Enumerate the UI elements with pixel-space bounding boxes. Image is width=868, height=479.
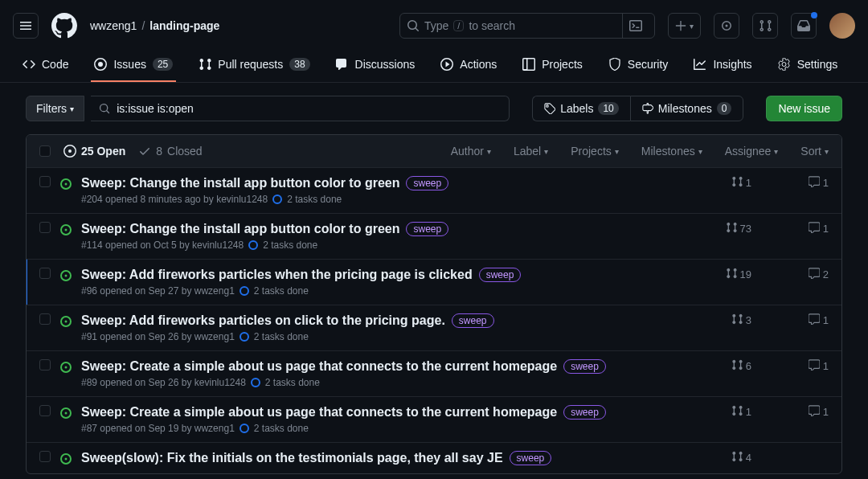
comments-count[interactable]: 1 xyxy=(800,359,829,373)
issue-title[interactable]: Sweep: Change the install app button col… xyxy=(81,176,399,190)
add-menu[interactable]: ▾ xyxy=(668,13,701,39)
search-placeholder-suffix: to search xyxy=(469,19,515,32)
tasks-progress-icon xyxy=(240,286,249,296)
closed-issues-tab[interactable]: 8 Closed xyxy=(138,145,202,158)
comments-count[interactable]: 1 xyxy=(800,222,829,235)
tab-settings-label: Settings xyxy=(797,58,838,71)
tab-settings[interactable]: Settings xyxy=(768,51,848,82)
record-button[interactable] xyxy=(714,13,739,39)
issue-title[interactable]: Sweep: Add fireworks particles when the … xyxy=(81,268,473,282)
comment-icon xyxy=(809,222,820,235)
row-checkbox[interactable] xyxy=(39,451,51,462)
issue-label[interactable]: sweep xyxy=(563,405,606,420)
tasks-progress-icon xyxy=(240,332,249,342)
filter-label[interactable]: Label▾ xyxy=(514,145,548,158)
tab-insights[interactable]: Insights xyxy=(684,51,761,82)
filter-input[interactable] xyxy=(117,102,501,115)
linked-pr-count[interactable]: 73 xyxy=(723,222,751,235)
graph-icon xyxy=(694,58,706,71)
closed-label: Closed xyxy=(167,145,203,158)
github-logo[interactable] xyxy=(51,13,77,39)
tab-actions[interactable]: Actions xyxy=(431,51,506,82)
row-checkbox[interactable] xyxy=(39,268,51,279)
issue-meta: #204 opened 8 minutes ago by kevinlu1248… xyxy=(81,194,666,205)
menu-button[interactable] xyxy=(13,13,39,39)
tab-pull-requests[interactable]: Pull requests38 xyxy=(189,51,319,82)
labels-button[interactable]: Labels10 xyxy=(532,96,630,121)
git-pull-request-icon xyxy=(759,19,772,32)
linked-pr-count[interactable]: 4 xyxy=(723,451,751,465)
issue-row[interactable]: Sweep: Add fireworks particles when the … xyxy=(26,259,841,305)
issue-row[interactable]: Sweep: Create a simple about us page tha… xyxy=(27,350,841,396)
open-issues-tab[interactable]: 25 Open xyxy=(63,145,125,158)
filter-projects[interactable]: Projects▾ xyxy=(571,145,619,158)
filter-sort[interactable]: Sort▾ xyxy=(800,145,829,158)
avatar[interactable] xyxy=(829,13,855,39)
linked-pr-count[interactable]: 3 xyxy=(723,313,751,327)
milestones-count: 0 xyxy=(717,102,732,115)
pull-requests-button[interactable] xyxy=(752,13,778,39)
tab-code[interactable]: Code xyxy=(13,51,78,82)
row-checkbox[interactable] xyxy=(39,405,51,416)
issue-open-icon xyxy=(60,407,72,419)
milestones-button[interactable]: Milestones0 xyxy=(630,96,744,121)
issue-title[interactable]: Sweep: Change the install app button col… xyxy=(81,222,399,236)
tab-security-label: Security xyxy=(628,58,669,71)
issue-label[interactable]: sweep xyxy=(510,451,552,465)
filter-projects-label: Projects xyxy=(571,145,612,158)
comments-count[interactable]: 1 xyxy=(800,405,829,419)
comments-count[interactable]: 1 xyxy=(800,176,829,190)
filter-input-wrap[interactable] xyxy=(91,96,510,121)
comments-count[interactable]: 1 xyxy=(800,313,829,327)
row-checkbox[interactable] xyxy=(39,313,51,325)
breadcrumb-repo[interactable]: landing-page xyxy=(149,19,219,32)
issue-row[interactable]: Sweep: Create a simple about us page tha… xyxy=(27,396,841,442)
comment-icon xyxy=(809,176,820,190)
issue-label[interactable]: sweep xyxy=(479,268,522,282)
linked-pr-count[interactable]: 1 xyxy=(723,405,751,419)
linked-pr-count[interactable]: 6 xyxy=(723,359,751,373)
tab-projects[interactable]: Projects xyxy=(513,51,592,82)
linked-pr-count[interactable]: 19 xyxy=(723,268,751,281)
issue-row[interactable]: Sweep: Add fireworks particles on click … xyxy=(27,305,841,350)
filters-button[interactable]: Filters▾ xyxy=(26,96,84,121)
search-input[interactable]: Type / to search xyxy=(399,13,655,39)
row-checkbox[interactable] xyxy=(39,176,51,187)
tasks-progress-icon xyxy=(272,194,282,204)
comment-discussion-icon xyxy=(336,58,349,71)
issue-row[interactable]: Sweep(slow): Fix the initials on the tes… xyxy=(27,442,841,473)
select-all-checkbox[interactable] xyxy=(39,145,51,157)
issue-row[interactable]: Sweep: Change the install app button col… xyxy=(27,213,841,259)
tab-discussions-label: Discussions xyxy=(355,58,416,71)
check-icon xyxy=(138,145,151,158)
linked-pr-count[interactable]: 1 xyxy=(723,176,751,190)
comment-icon xyxy=(809,313,820,327)
tab-security[interactable]: Security xyxy=(599,51,678,82)
issue-label[interactable]: sweep xyxy=(406,176,448,190)
issue-row[interactable]: Sweep: Change the install app button col… xyxy=(27,168,841,213)
filter-assignee[interactable]: Assignee▾ xyxy=(725,145,779,158)
tab-discussions[interactable]: Discussions xyxy=(326,51,425,82)
filter-milestones[interactable]: Milestones▾ xyxy=(641,145,702,158)
issue-title[interactable]: Sweep: Add fireworks particles on click … xyxy=(81,313,445,328)
notifications-button[interactable] xyxy=(791,13,817,39)
gear-icon xyxy=(778,58,791,71)
row-checkbox[interactable] xyxy=(39,222,51,233)
new-issue-button[interactable]: New issue xyxy=(766,96,842,121)
issue-label[interactable]: sweep xyxy=(563,359,606,374)
comments-count[interactable]: 2 xyxy=(800,268,829,281)
breadcrumb-owner[interactable]: wwzeng1 xyxy=(90,19,137,32)
issue-title[interactable]: Sweep: Create a simple about us page tha… xyxy=(81,405,557,420)
git-pull-request-icon xyxy=(726,268,737,281)
row-checkbox[interactable] xyxy=(39,359,51,371)
issue-open-icon xyxy=(60,316,72,327)
filter-author[interactable]: Author▾ xyxy=(451,145,491,158)
terminal-icon xyxy=(629,19,642,32)
tab-issues[interactable]: Issues25 xyxy=(84,51,182,82)
issue-title[interactable]: Sweep(slow): Fix the initials on the tes… xyxy=(81,451,503,465)
issue-label[interactable]: sweep xyxy=(452,313,494,328)
command-palette-button[interactable] xyxy=(622,13,648,39)
issue-open-icon xyxy=(60,453,72,465)
issue-label[interactable]: sweep xyxy=(406,222,448,236)
issue-title[interactable]: Sweep: Create a simple about us page tha… xyxy=(81,359,557,374)
